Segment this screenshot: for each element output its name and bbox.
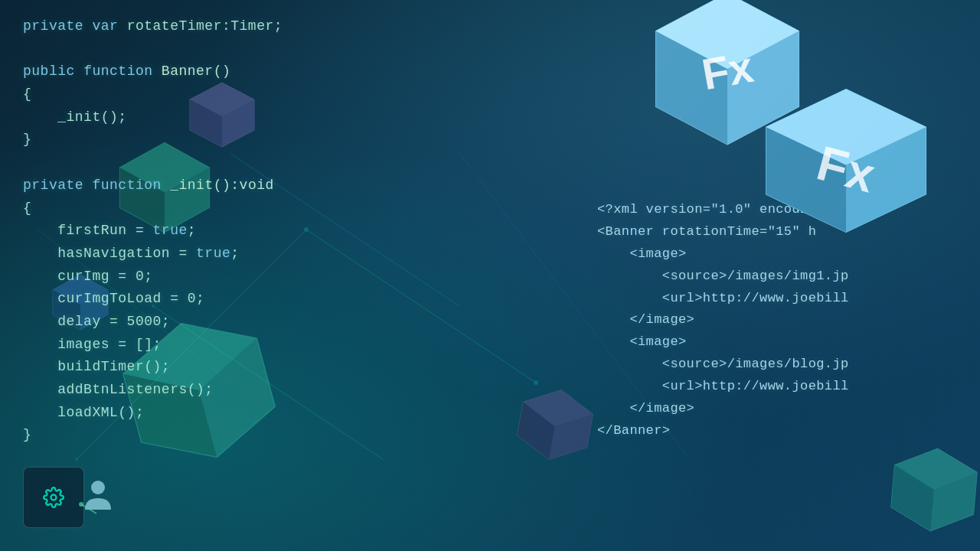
code-line-4: {: [23, 83, 559, 106]
gear-icon: [43, 487, 64, 508]
code-line-12: curImg = 0;: [23, 266, 559, 289]
code-line-14: delay = 5000;: [23, 311, 559, 334]
xml-line-9: <url>http://www.joebill: [597, 376, 965, 398]
code-line-11: hasNavigation = true;: [23, 243, 559, 266]
xml-line-11: </Banner>: [597, 420, 965, 442]
code-line-10: firstRun = true;: [23, 220, 559, 243]
code-line-8: private function _init():void: [23, 174, 559, 197]
xml-line-10: </image>: [597, 398, 965, 420]
code-line-5: _init();: [23, 106, 559, 129]
fx-logo-area: Fx Fx: [582, 0, 949, 230]
code-line-16: buildTimer();: [23, 356, 559, 379]
xml-line-4: <source>/images/img1.jp: [597, 266, 965, 288]
icon-area: [23, 467, 107, 528]
code-line-3: public function Banner(): [23, 60, 559, 83]
code-line-7: [23, 152, 559, 174]
fx-cube-2: Fx: [743, 77, 949, 245]
code-panel-right: <?xml version="1.0" encodir <Banner rota…: [582, 199, 980, 551]
code-line-13: curImgToLoad = 0;: [23, 288, 559, 311]
code-line-2: [23, 38, 559, 61]
xml-line-8: <source>/images/blog.jp: [597, 354, 965, 376]
xml-line-6: </image>: [597, 309, 965, 331]
xml-line-3: <image>: [597, 243, 965, 266]
code-line-15: images = [];: [23, 334, 559, 357]
xml-line-5: <url>http://www.joebill: [597, 288, 965, 310]
xml-line-7: <image>: [597, 331, 965, 354]
code-line-6: }: [23, 129, 559, 152]
svg-point-44: [91, 481, 105, 494]
code-line-17: addBtnListeners();: [23, 379, 559, 402]
code-line-18: loadXML();: [23, 402, 559, 425]
code-line-1: private var rotateTimer:Timer;: [23, 15, 559, 38]
code-line-19: }: [23, 424, 559, 447]
anchor-person-icon: [77, 475, 119, 517]
code-line-9: {: [23, 197, 559, 220]
svg-point-46: [79, 502, 83, 507]
